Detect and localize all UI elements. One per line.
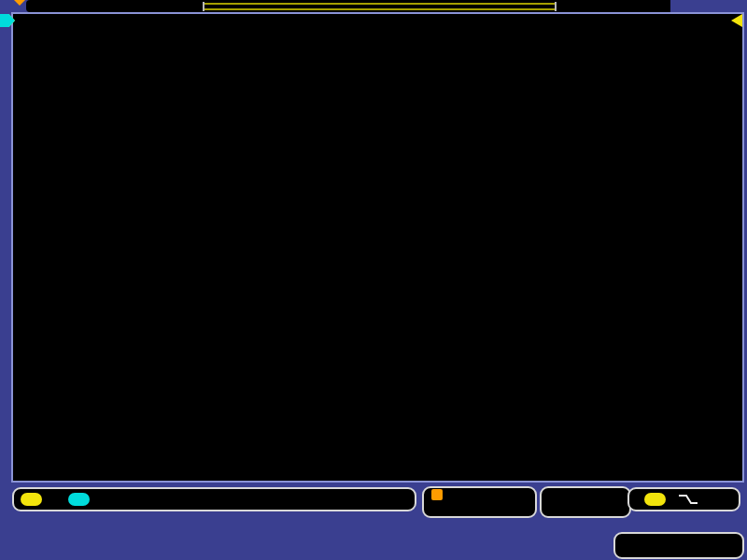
trigger-readout-box[interactable] [627,487,740,511]
horizontal-readout-box[interactable] [422,486,537,518]
channel1-badge[interactable] [21,493,42,506]
triangle-down-icon [205,0,213,7]
trigger-level-arrow-icon[interactable] [731,14,742,27]
record-view-bar[interactable] [204,2,556,11]
grid-and-waveforms [13,14,742,481]
channel2-badge[interactable] [68,493,90,506]
channel-scale-readout-box[interactable] [12,487,416,511]
trigger-t-icon [431,489,443,500]
record-view-start-cap [203,2,204,11]
datetime-box [613,532,744,559]
graticule [11,12,744,483]
record-view-end-cap [555,2,557,11]
trigger-source-badge[interactable] [644,493,666,506]
triangle-down-icon [14,0,25,21]
oscilloscope-screen [0,0,747,560]
record-view-line [204,3,556,5]
record-view-line [204,8,556,10]
falling-edge-icon [677,493,699,506]
acquisition-readout-box[interactable] [540,486,631,518]
